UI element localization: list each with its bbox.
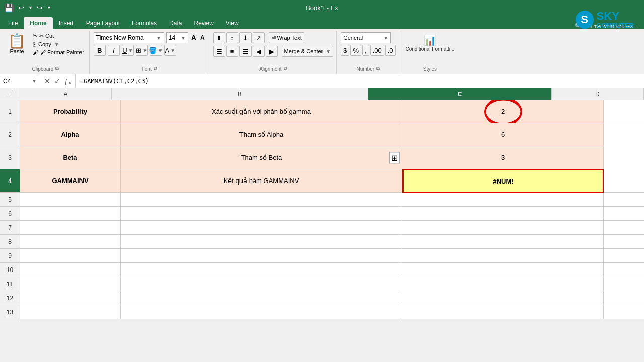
cell-d6[interactable] [604, 207, 644, 221]
text-direction-button[interactable]: ↗ [253, 32, 265, 43]
row-header-11[interactable]: 11 [0, 277, 20, 291]
cell-b3[interactable]: Tham số Beta ⊞ [121, 146, 403, 169]
cell-b10[interactable] [121, 263, 403, 277]
increase-decimal-button[interactable]: .0 [385, 45, 396, 56]
formula-input[interactable]: =GAMMAINV(C1,C2,C3) [76, 74, 644, 88]
cell-c11[interactable] [403, 277, 604, 291]
clipboard-expand-icon[interactable]: ⧉ [55, 66, 59, 72]
cell-d12[interactable] [604, 291, 644, 305]
cell-b11[interactable] [121, 277, 403, 291]
row-header-12[interactable]: 12 [0, 291, 20, 305]
align-left-button[interactable]: ☰ [213, 46, 225, 57]
cell-b1[interactable]: Xác suất gắn với phân bố gamma [121, 100, 403, 123]
row-header-6[interactable]: 6 [0, 207, 20, 221]
row-header-13[interactable]: 13 [0, 305, 20, 319]
align-bottom-button[interactable]: ⬇ [239, 32, 252, 43]
tab-insert[interactable]: Insert [53, 17, 80, 29]
cell-a12[interactable] [20, 291, 121, 305]
cell-d8[interactable] [604, 235, 644, 249]
col-header-c[interactable]: C [368, 88, 551, 100]
tab-data[interactable]: Data [163, 17, 188, 29]
cell-d2[interactable] [604, 123, 644, 146]
cell-d5[interactable] [604, 193, 644, 207]
cell-b6[interactable] [121, 207, 403, 221]
cell-a13[interactable] [20, 305, 121, 319]
align-middle-button[interactable]: ↕ [226, 32, 238, 43]
font-increase-button[interactable]: A [190, 34, 197, 42]
font-expand-icon[interactable]: ⧉ [154, 66, 157, 72]
cell-c10[interactable] [403, 263, 604, 277]
cell-d9[interactable] [604, 249, 644, 263]
cell-a11[interactable] [20, 277, 121, 291]
dollar-button[interactable]: $ [341, 45, 349, 56]
undo-icon[interactable]: ↩ [18, 4, 24, 12]
comma-button[interactable]: , [362, 45, 369, 56]
row-header-8[interactable]: 8 [0, 235, 20, 249]
col-header-a[interactable]: A [20, 88, 112, 100]
tab-home[interactable]: Home [24, 17, 52, 29]
cell-d13[interactable] [604, 305, 644, 319]
paste-button[interactable]: 📋 Paste [5, 32, 29, 56]
number-expand-icon[interactable]: ⧉ [376, 66, 380, 72]
cell-c13[interactable] [403, 305, 604, 319]
tab-review[interactable]: Review [188, 17, 219, 29]
name-box[interactable]: C4 ▼ [0, 74, 40, 88]
save-icon[interactable]: 💾 [4, 3, 14, 13]
cell-d7[interactable] [604, 221, 644, 235]
tab-file[interactable]: File [2, 17, 24, 29]
cell-d10[interactable] [604, 263, 644, 277]
copy-button[interactable]: ⎘ Copy ▼ [31, 41, 86, 48]
undo-dropdown[interactable]: ▼ [28, 5, 33, 10]
fill-color-button[interactable]: 🪣 ▼ [150, 45, 162, 56]
bold-button[interactable]: B [94, 45, 106, 56]
row-header-2[interactable]: 2 [0, 123, 20, 146]
customize-icon[interactable]: ▼ [47, 5, 51, 10]
cell-c4[interactable]: #NUM! [403, 169, 604, 193]
percent-button[interactable]: % [350, 45, 361, 56]
cell-a3[interactable]: Beta [20, 146, 121, 169]
indent-increase-button[interactable]: ▶ [266, 46, 278, 57]
font-decrease-button[interactable]: A [199, 34, 206, 41]
paste-options-icon[interactable]: ⊞ [389, 152, 400, 163]
row-header-5[interactable]: 5 [0, 193, 20, 207]
cell-c6[interactable] [403, 207, 604, 221]
cell-d11[interactable] [604, 277, 644, 291]
cell-b13[interactable] [121, 305, 403, 319]
cell-a7[interactable] [20, 221, 121, 235]
redo-icon[interactable]: ↪ [37, 4, 43, 12]
confirm-formula-icon[interactable]: ✓ [53, 77, 61, 85]
tab-formulas[interactable]: Formulas [126, 17, 163, 29]
cell-a5[interactable] [20, 193, 121, 207]
decrease-decimal-button[interactable]: .00 [370, 45, 384, 56]
wrap-text-button[interactable]: ⏎ Wrap Text [269, 32, 304, 43]
italic-button[interactable]: I [108, 45, 120, 56]
cell-b2[interactable]: Tham số Alpha [121, 123, 403, 146]
cut-button[interactable]: ✂ ✂ Cut [31, 32, 86, 40]
cell-c8[interactable] [403, 235, 604, 249]
cell-b12[interactable] [121, 291, 403, 305]
insert-function-icon[interactable]: ƒₓ [63, 77, 72, 85]
col-header-b[interactable]: B [112, 88, 368, 100]
cell-c2[interactable]: 6 [403, 123, 604, 146]
align-center-button[interactable]: ≡ [226, 46, 238, 57]
cell-c3[interactable]: 3 [403, 146, 604, 169]
cell-b4[interactable]: Kết quả hàm GAMMAINV [121, 169, 403, 193]
border-button[interactable]: ⊞ ▼ [136, 45, 148, 56]
cell-b9[interactable] [121, 249, 403, 263]
cell-c12[interactable] [403, 291, 604, 305]
cancel-formula-icon[interactable]: ✕ [43, 77, 51, 85]
cell-d3[interactable] [604, 146, 644, 169]
cell-a1[interactable]: Probability [20, 100, 121, 123]
tab-page-layout[interactable]: Page Layout [80, 17, 126, 29]
col-header-d[interactable]: D [552, 88, 643, 100]
align-top-button[interactable]: ⬆ [213, 32, 225, 43]
cell-a9[interactable] [20, 249, 121, 263]
font-color-button[interactable]: A ▼ [164, 45, 176, 56]
cell-c7[interactable] [403, 221, 604, 235]
row-header-1[interactable]: 1 [0, 100, 20, 123]
format-painter-button[interactable]: 🖌 🖌 Format Painter [31, 49, 86, 56]
font-name-selector[interactable]: Times New Roma ▼ [94, 32, 164, 43]
cell-a6[interactable] [20, 207, 121, 221]
cell-a4[interactable]: GAMMAINV [20, 169, 121, 193]
row-header-9[interactable]: 9 [0, 249, 20, 263]
